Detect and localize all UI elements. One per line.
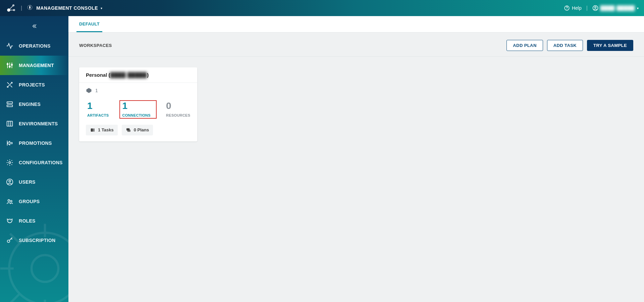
engine-count-row: 1 <box>86 87 191 94</box>
sidebar-item-label: MANAGEMENT <box>19 63 54 68</box>
engine-badge-icon <box>86 87 92 94</box>
svg-point-34 <box>32 255 58 282</box>
sidebar-item-groups[interactable]: GROUPS <box>0 192 68 211</box>
svg-point-29 <box>10 200 12 202</box>
chip-plans[interactable]: 0 Plans <box>122 125 153 135</box>
users-icon <box>6 198 13 205</box>
card-title-user: ████ █████ <box>110 72 147 78</box>
sidebar-item-users[interactable]: USERS <box>0 172 68 192</box>
tabbar: DEFAULT <box>68 16 644 33</box>
svg-line-3 <box>9 5 13 10</box>
columns-icon <box>6 120 13 127</box>
collapse-sidebar-button[interactable] <box>0 16 68 36</box>
help-link[interactable]: Help <box>564 5 582 11</box>
section-header: WORKSPACES ADD PLAN ADD TASK TRY A SAMPL… <box>68 33 644 57</box>
compass-icon <box>27 4 33 12</box>
tab-default[interactable]: DEFAULT <box>76 16 102 32</box>
stat-value: 0 <box>166 101 190 111</box>
sidebar-item-label: ROLES <box>19 218 36 224</box>
chip-label: 0 Plans <box>134 127 149 132</box>
tasks-icon <box>90 127 95 133</box>
workspace-card: Personal (████ █████) 1 1 ARTIFACTS 1 <box>79 67 197 141</box>
sidebar-item-promotions[interactable]: PROMOTIONS <box>0 133 68 153</box>
stat-value: 1 <box>122 101 151 111</box>
stat-resources[interactable]: 0 RESOURCES <box>165 100 193 119</box>
try-sample-button[interactable]: TRY A SAMPLE <box>587 40 633 51</box>
svg-point-20 <box>8 106 9 106</box>
card-title-prefix: Personal ( <box>86 72 110 78</box>
svg-rect-17 <box>7 102 13 104</box>
card-title-suffix: ) <box>147 72 149 78</box>
topbar-divider: | <box>21 5 22 11</box>
sidebar-item-environments[interactable]: ENVIRONMENTS <box>0 114 68 133</box>
topbar-divider-right: | <box>586 5 588 11</box>
sidebar-item-label: PROMOTIONS <box>19 140 52 146</box>
gear-icon <box>6 159 13 166</box>
svg-rect-39 <box>127 129 130 132</box>
add-plan-button[interactable]: ADD PLAN <box>506 40 543 51</box>
workspace-card-title: Personal (████ █████) <box>79 67 197 83</box>
section-title: WORKSPACES <box>79 43 112 48</box>
svg-point-27 <box>9 180 11 182</box>
svg-rect-36 <box>91 128 93 131</box>
chevron-down-icon[interactable]: ▾ <box>101 6 102 10</box>
engine-count: 1 <box>95 88 98 93</box>
sidebar-item-label: ENGINES <box>19 102 41 107</box>
sidebar-item-operations[interactable]: OPERATIONS <box>0 36 68 56</box>
mask-icon <box>6 217 13 225</box>
svg-point-25 <box>9 162 11 164</box>
sidebar-item-label: PROJECTS <box>19 82 45 87</box>
svg-point-15 <box>9 66 10 67</box>
sidebar-item-subscription[interactable]: SUBSCRIPTION <box>0 231 68 250</box>
svg-point-16 <box>11 64 13 65</box>
svg-point-32 <box>7 240 10 242</box>
chevrons-left-icon <box>31 23 38 29</box>
user-icon <box>6 178 13 186</box>
sidebar-item-label: CONFIGURATIONS <box>19 160 63 165</box>
svg-rect-21 <box>7 121 13 126</box>
stat-label: CONNECTIONS <box>122 113 151 117</box>
promote-icon <box>6 139 13 147</box>
stat-connections[interactable]: 1 CONNECTIONS <box>119 100 157 119</box>
sidebar-item-projects[interactable]: PROJECTS <box>0 75 68 95</box>
help-label: Help <box>572 5 582 11</box>
activity-icon <box>6 42 13 50</box>
chip-label: 1 Tasks <box>98 127 114 132</box>
sidebar-item-roles[interactable]: ROLES <box>0 211 68 231</box>
svg-point-10 <box>595 7 596 8</box>
sidebar-item-label: GROUPS <box>19 199 40 204</box>
topbar: | MANAGEMENT CONSOLE ▾ Help | ████ █████… <box>0 0 644 16</box>
svg-rect-18 <box>7 105 13 107</box>
stat-value: 1 <box>87 101 109 111</box>
sidebar-item-configurations[interactable]: CONFIGURATIONS <box>0 153 68 172</box>
sidebar-item-label: ENVIRONMENTS <box>19 121 58 126</box>
stat-label: ARTIFACTS <box>87 113 109 117</box>
user-icon <box>592 5 598 11</box>
add-task-button[interactable]: ADD TASK <box>547 40 583 51</box>
plans-icon <box>126 127 131 133</box>
svg-point-19 <box>8 103 9 103</box>
svg-point-14 <box>7 64 8 65</box>
chip-tasks[interactable]: 1 Tasks <box>86 125 118 135</box>
svg-point-28 <box>8 200 10 202</box>
sidebar-item-label: USERS <box>19 179 36 185</box>
tools-icon <box>6 81 13 88</box>
sidebar-item-label: SUBSCRIPTION <box>19 238 55 243</box>
stat-artifacts[interactable]: 1 ARTIFACTS <box>86 100 111 119</box>
svg-point-8 <box>567 9 567 10</box>
sidebar-item-management[interactable]: MANAGEMENT <box>0 56 68 75</box>
chevron-down-icon: ▾ <box>637 6 639 10</box>
user-menu[interactable]: ████ █████ ▾ <box>592 5 639 11</box>
user-name: ████ █████ <box>600 5 635 11</box>
svg-point-31 <box>10 220 11 221</box>
svg-marker-35 <box>87 88 92 93</box>
key-icon <box>6 237 13 244</box>
svg-point-30 <box>8 220 9 221</box>
sliders-icon <box>6 62 13 69</box>
sidebar-item-engines[interactable]: ENGINES <box>0 95 68 114</box>
server-icon <box>6 101 13 108</box>
app-title[interactable]: MANAGEMENT CONSOLE <box>36 5 98 11</box>
sidebar: OPERATIONS MANAGEMENT PROJECTS ENGINES E… <box>0 16 68 302</box>
svg-rect-37 <box>94 128 95 131</box>
svg-marker-6 <box>30 6 31 9</box>
